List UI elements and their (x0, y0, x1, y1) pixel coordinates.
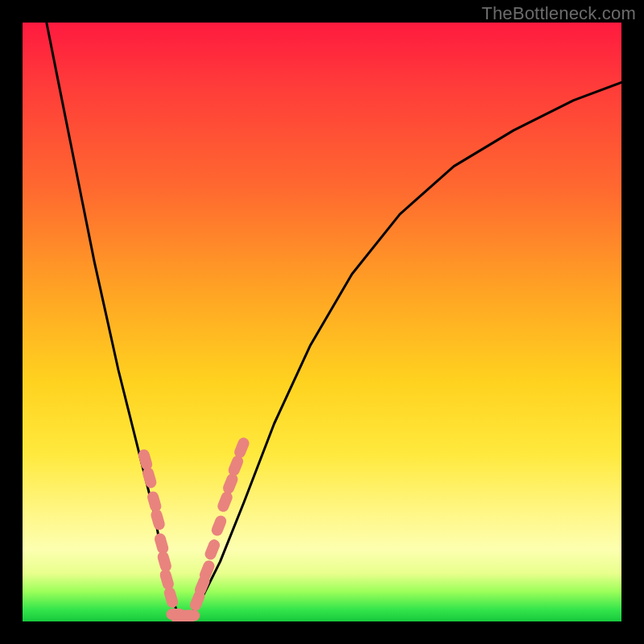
marker-dot (227, 454, 246, 477)
marker-dot (216, 490, 234, 514)
marker-dot (150, 508, 167, 531)
chart-svg (23, 23, 621, 621)
watermark-text: TheBottleneck.com (481, 3, 636, 24)
marker-dot (233, 436, 251, 460)
marker-dot (210, 514, 229, 537)
marker-dot (163, 586, 180, 609)
marker-dot (180, 610, 200, 621)
chart-frame: TheBottleneck.com (0, 0, 644, 644)
marker-dot (203, 538, 221, 561)
plot-area (23, 23, 621, 621)
bottleneck-curve (47, 23, 621, 619)
marker-dot (221, 472, 240, 495)
marker-dot (159, 568, 175, 591)
